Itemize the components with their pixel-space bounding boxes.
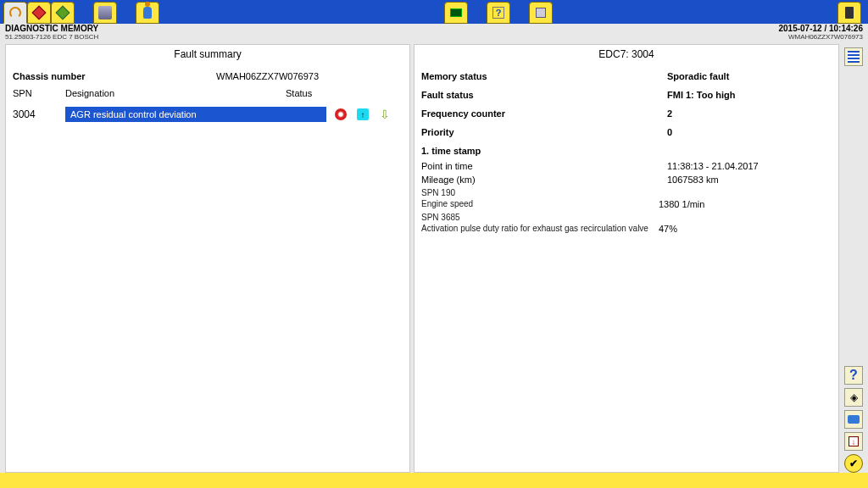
fault-designation: AGR residual control deviation <box>65 107 326 122</box>
fault-status-label: Fault status <box>421 90 667 100</box>
spn190-label2: Engine speed <box>421 199 659 210</box>
chassis-label: Chassis number <box>13 71 216 81</box>
fault-spn: 3004 <box>13 108 65 120</box>
spn3685-value: 47% <box>659 224 677 234</box>
toolbar-home-button[interactable] <box>3 2 27 24</box>
timestamp-heading: 1. time stamp <box>421 146 832 156</box>
spn3685-label2: Activation pulse duty ratio for exhaust … <box>421 224 659 235</box>
priority-label: Priority <box>421 127 667 137</box>
page-title: DIAGNOSTIC MEMORY <box>5 24 98 33</box>
detail-title: EDC7: 3004 <box>415 45 838 66</box>
pit-label: Point in time <box>421 161 667 171</box>
toolbar-pc-button[interactable] <box>529 2 553 24</box>
status-bar <box>0 473 868 488</box>
frequency-value: 2 <box>667 108 672 119</box>
list-view-button[interactable] <box>844 47 863 66</box>
header-chassis: WMAH06ZZX7W076973 <box>778 33 863 41</box>
fault-status-value: FMI 1: Too high <box>667 90 735 100</box>
status-up-icon: ↑ <box>357 108 369 120</box>
col-spn: SPN <box>13 88 65 98</box>
top-toolbar: ? <box>0 0 868 24</box>
page-subtitle: 51.25803-7126 EDC 7 BOSCH <box>5 33 98 41</box>
memory-status-label: Memory status <box>421 71 667 81</box>
print-button[interactable] <box>844 410 863 429</box>
col-status: Status <box>286 88 403 98</box>
spn3685-label1: SPN 3685 <box>421 213 659 224</box>
header-datetime: 2015-07-12 / 10:14:26 <box>778 24 863 33</box>
fault-row[interactable]: 3004 AGR residual control deviation ↑ ⇩ <box>13 105 403 124</box>
right-sidebar: ? ◈ ↓ ✔ <box>843 44 865 473</box>
locate-button[interactable]: ◈ <box>844 388 863 407</box>
toolbar-user-button[interactable] <box>136 2 159 24</box>
header-strip: DIAGNOSTIC MEMORY 51.25803-7126 EDC 7 BO… <box>0 24 868 42</box>
download-button[interactable]: ↓ <box>844 432 863 451</box>
toolbar-monitor-button[interactable] <box>444 2 468 24</box>
spn190-value: 1380 1/min <box>659 199 704 209</box>
fault-detail-panel: EDC7: 3004 Memory status Sporadic fault … <box>414 44 839 473</box>
status-down-icon: ⇩ <box>379 108 391 120</box>
toolbar-tool-button[interactable] <box>93 2 117 24</box>
toolbar-help-button[interactable]: ? <box>487 2 510 24</box>
toolbar-fault-green-button[interactable] <box>51 2 75 24</box>
frequency-label: Frequency counter <box>421 108 667 119</box>
fault-summary-panel: Fault summary Chassis number WMAH06ZZX7W… <box>5 44 410 473</box>
mileage-value: 1067583 km <box>667 175 719 185</box>
toolbar-fault-red-button[interactable] <box>27 2 51 24</box>
priority-value: 0 <box>667 127 672 137</box>
mileage-label: Mileage (km) <box>421 175 667 185</box>
toolbar-device-button[interactable] <box>837 2 861 24</box>
memory-status-value: Sporadic fault <box>667 71 729 81</box>
help-button[interactable]: ? <box>844 366 863 385</box>
col-designation: Designation <box>65 88 286 98</box>
fault-summary-title: Fault summary <box>6 45 409 66</box>
chassis-value: WMAH06ZZX7W076973 <box>216 71 319 81</box>
spn190-label1: SPN 190 <box>421 188 659 199</box>
pit-value: 11:38:13 - 21.04.2017 <box>667 161 759 171</box>
confirm-button[interactable]: ✔ <box>844 454 863 473</box>
status-red-icon <box>335 108 347 120</box>
